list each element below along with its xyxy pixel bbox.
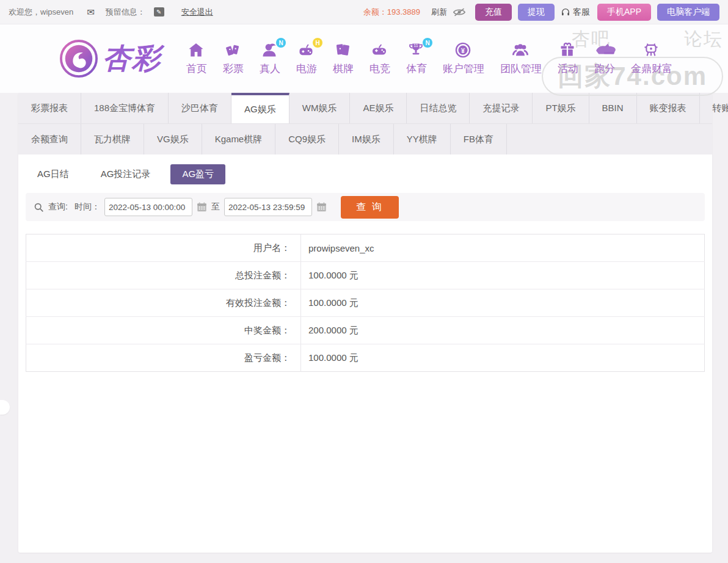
paofen-mascot-icon [595,42,614,60]
tab-account-change-report[interactable]: 账变报表 [637,93,700,123]
query-submit-button[interactable]: 查 询 [341,196,399,219]
nav-item-egame[interactable]: H 电游 [288,42,325,76]
tab-deposit-withdraw-records[interactable]: 充提记录 [470,93,533,123]
tab-188-sports[interactable]: 188金宝博体育 [81,93,169,123]
report-panel: 彩票报表 188金宝博体育 沙巴体育 AG娱乐 WM娱乐 AE娱乐 日结总览 充… [18,93,712,553]
tab-pt-entertainment[interactable]: PT娱乐 [533,93,589,123]
mobile-app-button[interactable]: 手机APP [597,4,651,21]
table-row-username: 用户名： prowipseven_xc [26,234,705,262]
row-value: 200.0000 元 [301,317,705,344]
nav-item-live[interactable]: N 真人 [252,42,288,76]
tab-ae-entertainment[interactable]: AE娱乐 [350,93,407,123]
tab-wali-chess[interactable]: 瓦力棋牌 [81,124,144,154]
tab-kgame-chess[interactable]: Kgame棋牌 [202,124,276,154]
balance-value: 193.3889 [387,7,420,16]
tab-ag-entertainment[interactable]: AG娱乐 [231,93,289,123]
logout-link[interactable]: 安全退出 [181,7,213,18]
slot-game-icon: H [297,42,316,60]
customer-service-label: 客服 [573,7,590,18]
row-label: 中奖金额： [26,317,301,344]
team-icon [511,42,531,60]
nav-item-paofen[interactable]: 跑分 [586,42,623,76]
row-label: 用户名： [26,234,301,262]
row-value: 100.0000 元 [301,344,705,372]
svg-text:11: 11 [413,43,418,48]
search-icon [34,202,44,212]
tab-cq9-entertainment[interactable]: CQ9娱乐 [275,124,339,154]
main-nav: 首页 彩票 N 真人 H 电游 棋牌 [178,42,680,76]
table-row-profit-loss: 盈亏金额： 100.0000 元 [26,344,705,372]
tab-transfer-report[interactable]: 转账报表 [700,93,728,123]
end-time-input[interactable] [224,198,312,216]
gamepad-icon [370,42,390,60]
nav-item-chess[interactable]: 棋牌 [325,42,362,76]
site-logo[interactable]: 杏彩 [60,40,161,78]
pc-client-button[interactable]: 电脑客户端 [657,4,719,21]
withdraw-button[interactable]: 提现 [518,4,555,21]
lottery-ticket-icon [224,42,243,60]
calendar-icon[interactable] [316,202,327,212]
tab-daily-summary[interactable]: 日结总览 [407,93,470,123]
query-bar: 查询: 时间： 至 查 询 [26,193,705,221]
top-account-bar: 欢迎您，wipseven ✉ 预留信息： ✎ 安全退出 余额：193.3889 … [0,0,728,24]
tab-im-entertainment[interactable]: IM娱乐 [339,124,394,154]
welcome-text: 欢迎您，wipseven [9,7,73,18]
reserved-info-label: 预留信息： [106,7,145,18]
tab-balance-query[interactable]: 余额查询 [18,124,81,154]
gift-icon [558,42,578,60]
report-tabs-row1: 彩票报表 188金宝博体育 沙巴体育 AG娱乐 WM娱乐 AE娱乐 日结总览 充… [18,93,712,123]
balance-label: 余额： [363,7,387,16]
treasure-ding-icon [642,42,661,60]
live-person-icon: N [260,42,280,60]
site-header: 杏吧论坛 回家74.com 杏彩 首页 彩票 [0,24,728,93]
tab-vg-entertainment[interactable]: VG娱乐 [144,124,202,154]
tab-wm-entertainment[interactable]: WM娱乐 [289,93,351,123]
trophy-icon: 11 N [407,42,426,60]
message-envelope-icon[interactable]: ✉ [87,7,95,18]
table-row-winning-amount: 中奖金额： 200.0000 元 [26,317,705,344]
new-badge: N [276,38,286,48]
subtab-ag-profit-loss[interactable]: AG盈亏 [170,164,225,184]
customer-service-link[interactable]: 客服 [561,7,590,18]
profit-loss-table: 用户名： prowipseven_xc 总投注金额： 100.0000 元 有效… [26,234,705,372]
tab-lottery-report[interactable]: 彩票报表 [18,93,81,123]
time-label: 时间： [75,202,100,212]
edit-reserved-info-icon[interactable]: ✎ [154,7,164,16]
side-widget-handle[interactable] [0,400,10,415]
ag-subtabs: AG日结 AG投注记录 AG盈亏 [26,164,705,184]
hot-badge: H [313,38,322,48]
tab-bbin[interactable]: BBIN [589,93,637,123]
tab-fb-sports[interactable]: FB体育 [451,124,507,154]
subtab-ag-daily[interactable]: AG日结 [26,164,81,184]
balance-display: 余额：193.3889 [363,7,420,18]
calendar-icon[interactable] [197,202,207,212]
hide-balance-eye-icon[interactable] [453,8,465,16]
nav-item-jinding[interactable]: 金鼎财富 [623,42,680,76]
subtab-ag-bet-records[interactable]: AG投注记录 [89,164,162,184]
cards-icon [333,42,353,60]
recharge-button[interactable]: 充值 [475,4,512,21]
row-value: 100.0000 元 [301,262,705,289]
svg-text:¥: ¥ [461,47,465,54]
nav-item-home[interactable]: 首页 [178,42,215,76]
report-tabs-row2: 余额查询 瓦力棋牌 VG娱乐 Kgame棋牌 CQ9娱乐 IM娱乐 YY棋牌 F… [18,123,712,154]
row-value: prowipseven_xc [301,234,705,262]
nav-item-activity[interactable]: 活动 [550,42,586,76]
to-label: 至 [211,202,220,212]
logo-emblem [60,40,98,78]
row-label: 总投注金额： [26,262,301,289]
tab-saba-sports[interactable]: 沙巴体育 [169,93,231,123]
start-time-input[interactable] [104,198,192,216]
nav-item-lottery[interactable]: 彩票 [215,42,252,76]
headset-icon [561,7,570,17]
nav-item-account[interactable]: ¥ 账户管理 [435,42,492,76]
logo-text: 杏彩 [103,40,161,78]
row-value: 100.0000 元 [301,289,705,317]
nav-item-team[interactable]: 团队管理 [492,42,550,76]
yuan-coin-icon: ¥ [454,42,473,60]
refresh-balance-button[interactable]: 刷新 [431,7,447,18]
nav-item-sports[interactable]: 11 N 体育 [398,42,435,76]
tab-yy-chess[interactable]: YY棋牌 [394,124,451,154]
row-label: 有效投注金额： [26,289,301,317]
nav-item-esports[interactable]: 电竞 [362,42,398,76]
